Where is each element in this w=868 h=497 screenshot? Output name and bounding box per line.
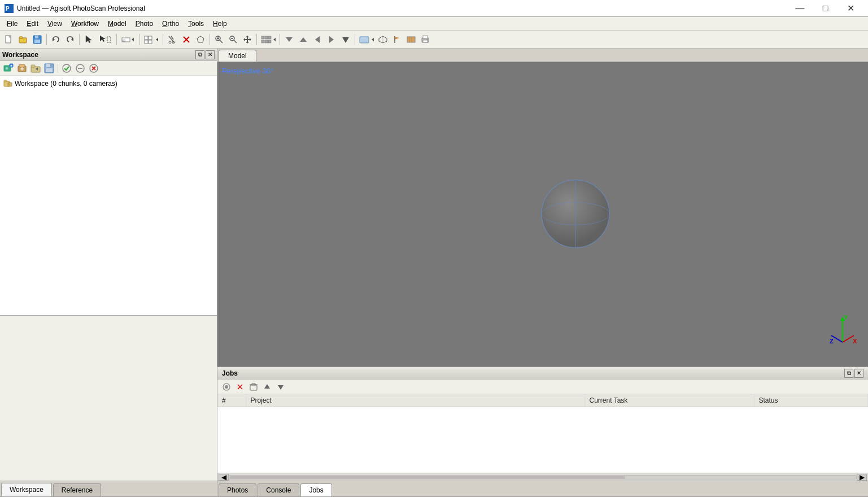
remove-chunk-button[interactable] xyxy=(88,62,100,75)
sep4 xyxy=(139,34,140,45)
tab-jobs[interactable]: Jobs xyxy=(300,483,332,496)
fill-right-button[interactable] xyxy=(325,33,338,46)
menu-model[interactable]: Model xyxy=(103,19,131,29)
main-toolbar: ⊞ xyxy=(0,30,868,49)
deactivate-chunk-button[interactable] xyxy=(74,62,86,75)
print-button[interactable] xyxy=(418,33,432,46)
jobs-stop-button[interactable] xyxy=(234,381,246,393)
svg-text:X: X xyxy=(853,338,857,345)
svg-line-94 xyxy=(843,335,854,342)
workspace-panel: Workspace ⧉ ✕ xyxy=(0,49,217,316)
reference-panel xyxy=(0,316,217,481)
grid-button[interactable] xyxy=(142,33,160,46)
svg-rect-17 xyxy=(145,36,148,40)
jobs-run-button[interactable] xyxy=(221,381,232,393)
fill-left-button[interactable] xyxy=(311,33,324,46)
view-grid-button[interactable] xyxy=(259,33,277,46)
menu-file[interactable]: File xyxy=(2,19,22,29)
polygon-button[interactable] xyxy=(194,33,207,46)
menu-tools[interactable]: Tools xyxy=(184,19,208,29)
sep5 xyxy=(163,34,163,45)
jobs-delete-button[interactable] xyxy=(248,381,259,393)
scroll-thumb[interactable] xyxy=(230,476,625,479)
menu-view[interactable]: View xyxy=(43,19,67,29)
activate-chunk-button[interactable] xyxy=(60,62,73,75)
maximize-button[interactable]: □ xyxy=(813,0,838,17)
view-mode-button[interactable] xyxy=(357,33,376,46)
tab-photos[interactable]: Photos xyxy=(219,483,256,496)
left-panel: Workspace ⧉ ✕ xyxy=(0,49,217,496)
col-status: Status xyxy=(754,394,868,407)
add-chunk-button[interactable] xyxy=(16,62,28,75)
scroll-track xyxy=(229,475,857,479)
menu-workflow[interactable]: Workflow xyxy=(67,19,103,29)
col-hash: # xyxy=(217,394,246,407)
tab-model[interactable]: Model xyxy=(219,50,256,62)
tab-workspace[interactable]: Workspace xyxy=(1,483,52,496)
delete-selection-button[interactable] xyxy=(180,33,193,46)
workspace-close-button[interactable]: ✕ xyxy=(206,50,215,59)
save-chunk-button[interactable] xyxy=(43,62,55,75)
open-button[interactable] xyxy=(16,33,30,46)
rect-select-button[interactable] xyxy=(96,33,114,46)
svg-rect-72 xyxy=(31,65,35,67)
svg-rect-84 xyxy=(4,80,7,82)
menu-edit[interactable]: Edit xyxy=(22,19,43,29)
jobs-horizontal-scrollbar[interactable]: ◀ ▶ xyxy=(217,473,868,481)
svg-rect-71 xyxy=(31,67,40,72)
jobs-up-button[interactable] xyxy=(261,381,273,393)
svg-marker-44 xyxy=(286,37,293,42)
move-button[interactable]: ⊞ xyxy=(119,33,137,46)
fill-down-button[interactable] xyxy=(282,33,296,46)
zoom-in-button[interactable] xyxy=(212,33,226,46)
jobs-panel-header: Jobs ⧉ ✕ xyxy=(217,367,868,380)
cut-tool-button[interactable] xyxy=(165,33,179,46)
svg-marker-104 xyxy=(278,385,283,390)
jobs-float-button[interactable]: ⧉ xyxy=(844,369,853,378)
svg-rect-100 xyxy=(250,385,257,390)
fill-back-button[interactable] xyxy=(339,33,352,46)
add-photos-button[interactable] xyxy=(2,62,15,75)
svg-text:Z: Z xyxy=(830,338,834,345)
viewport[interactable]: Perspective 30° xyxy=(217,62,868,367)
svg-rect-13 xyxy=(107,37,111,42)
fill-up-button[interactable] xyxy=(296,33,310,46)
workspace-float-button[interactable]: ⧉ xyxy=(195,50,204,59)
point-cloud-button[interactable] xyxy=(376,33,390,46)
svg-rect-68 xyxy=(19,64,25,67)
svg-marker-45 xyxy=(300,37,307,42)
select-arrow-button[interactable] xyxy=(82,33,95,46)
svg-marker-54 xyxy=(395,37,399,40)
load-chunk-button[interactable] xyxy=(29,62,42,75)
tab-console[interactable]: Console xyxy=(258,483,299,496)
close-button[interactable]: ✕ xyxy=(838,0,863,17)
workspace-toolbar xyxy=(0,61,217,76)
col-project: Project xyxy=(246,394,585,407)
redo-button[interactable] xyxy=(63,33,77,46)
new-button[interactable] xyxy=(2,33,16,46)
workspace-tree-icon xyxy=(3,79,12,88)
menu-photo[interactable]: Photo xyxy=(131,19,158,29)
scroll-left-button[interactable]: ◀ xyxy=(219,474,229,481)
sep2 xyxy=(79,34,80,45)
jobs-close-button[interactable]: ✕ xyxy=(854,369,863,378)
zoom-out-button[interactable] xyxy=(226,33,240,46)
menu-ortho[interactable]: Ortho xyxy=(158,19,184,29)
undo-button[interactable] xyxy=(49,33,63,46)
axis-indicator: Y Z X xyxy=(828,314,857,350)
minimize-button[interactable]: — xyxy=(787,0,813,17)
svg-rect-41 xyxy=(265,40,268,43)
jobs-down-button[interactable] xyxy=(275,381,286,393)
svg-marker-28 xyxy=(197,36,204,42)
svg-marker-16 xyxy=(132,38,134,41)
texture-button[interactable] xyxy=(404,33,418,46)
scroll-right-button[interactable]: ▶ xyxy=(857,474,867,481)
sep6 xyxy=(210,34,210,45)
flag-button[interactable] xyxy=(390,33,404,46)
pan-button[interactable] xyxy=(241,33,254,46)
menu-help[interactable]: Help xyxy=(208,19,232,29)
tab-reference[interactable]: Reference xyxy=(53,483,101,496)
workspace-root-item[interactable]: Workspace (0 chunks, 0 cameras) xyxy=(1,78,216,89)
svg-line-30 xyxy=(220,40,223,43)
save-button[interactable] xyxy=(30,33,44,46)
